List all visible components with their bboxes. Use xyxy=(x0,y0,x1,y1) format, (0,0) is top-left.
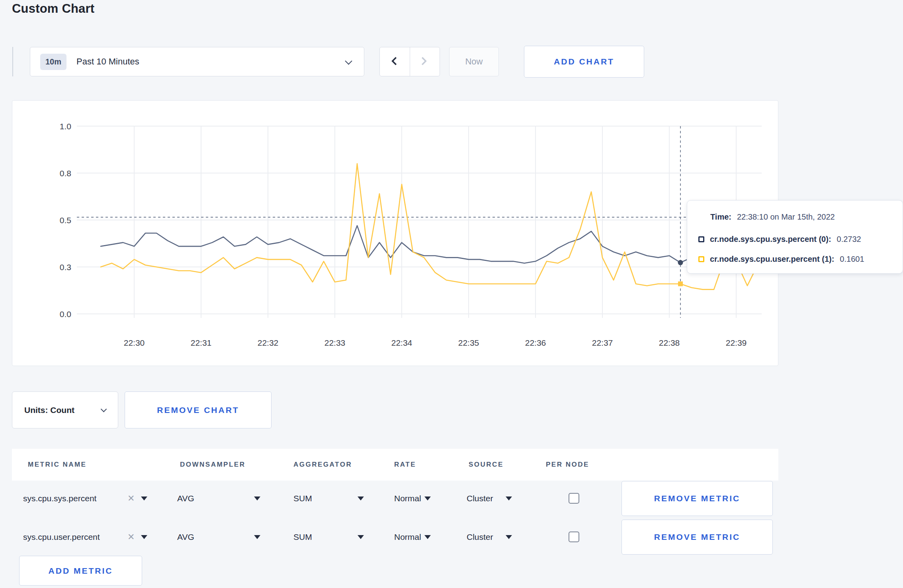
col-header-rate: RATE xyxy=(394,449,416,481)
metric-table-row: sys.cpu.sys.percent ✕ AVG SUM Normal Clu… xyxy=(12,479,778,518)
source-select[interactable]: Cluster xyxy=(467,518,493,556)
chevron-right-icon xyxy=(418,57,426,65)
aggregator-select[interactable]: SUM xyxy=(293,479,312,518)
tooltip-series-row: cr.node.sys.cpu.sys.percent (0): 0.2732 xyxy=(698,235,861,244)
metric-dropdown-caret-icon[interactable] xyxy=(141,479,147,518)
page-title: Custom Chart xyxy=(12,2,94,16)
series-line-cr.node.sys.cpu.user.percent xyxy=(101,164,758,289)
aggregator-select[interactable]: SUM xyxy=(293,518,312,556)
tooltip-series-value: 0.1601 xyxy=(840,255,864,264)
tooltip-series-name: cr.node.sys.cpu.sys.percent (0): xyxy=(710,235,831,244)
chart-card: 0.00.30.50.81.022:3022:3122:3222:3322:34… xyxy=(12,100,778,366)
source-select[interactable]: Cluster xyxy=(467,479,493,518)
source-caret-icon[interactable] xyxy=(506,479,512,518)
y-axis-tick-label: 0.0 xyxy=(60,310,71,319)
aggregator-caret-icon[interactable] xyxy=(358,518,364,556)
downsampler-caret-icon[interactable] xyxy=(254,518,260,556)
rate-caret-icon[interactable] xyxy=(424,479,431,518)
downsampler-caret-icon[interactable] xyxy=(254,479,260,518)
x-axis-tick-label: 22:30 xyxy=(124,338,145,347)
time-range-badge: 10m xyxy=(40,54,66,70)
time-range-label: Past 10 Minutes xyxy=(76,56,139,67)
chevron-down-icon xyxy=(101,406,107,413)
remove-chart-button[interactable]: REMOVE CHART xyxy=(125,391,272,428)
downsampler-select[interactable]: AVG xyxy=(177,479,194,518)
aggregator-caret-icon[interactable] xyxy=(358,479,364,518)
metric-name-value[interactable]: sys.cpu.user.percent xyxy=(23,518,100,556)
tooltip-series-row: cr.node.sys.cpu.user.percent (1): 0.1601 xyxy=(698,255,864,264)
time-range-dropdown[interactable]: 10m Past 10 Minutes xyxy=(30,47,364,76)
user-series-swatch-icon xyxy=(698,256,704,262)
chart-hover-tooltip: Time: 22:38:10 on Mar 15th, 2022 cr.node… xyxy=(687,200,903,274)
series-line-cr.node.sys.cpu.sys.percent xyxy=(101,226,758,263)
remove-metric-button[interactable]: REMOVE METRIC xyxy=(622,481,773,516)
remove-metric-button[interactable]: REMOVE METRIC xyxy=(622,520,773,555)
col-header-source: SOURCE xyxy=(469,449,504,481)
metric-table-row: sys.cpu.user.percent ✕ AVG SUM Normal Cl… xyxy=(12,518,778,556)
units-dropdown[interactable]: Units: Count xyxy=(12,391,118,428)
x-axis-tick-label: 22:32 xyxy=(258,338,279,347)
y-axis-tick-label: 0.3 xyxy=(60,263,71,272)
metric-dropdown-caret-icon[interactable] xyxy=(141,518,147,556)
per-node-checkbox[interactable] xyxy=(569,532,579,542)
x-axis-tick-label: 22:33 xyxy=(324,338,346,347)
add-chart-button[interactable]: ADD CHART xyxy=(524,46,644,78)
toolbar-left-divider xyxy=(12,47,13,76)
hover-marker-cr.node.sys.cpu.user.percent xyxy=(678,281,683,286)
x-axis-tick-label: 22:37 xyxy=(592,338,613,347)
rate-caret-icon[interactable] xyxy=(424,518,431,556)
y-axis-tick-label: 1.0 xyxy=(60,122,71,131)
time-next-button[interactable] xyxy=(410,47,440,76)
tooltip-time-label: Time: xyxy=(710,212,731,222)
clear-metric-icon[interactable]: ✕ xyxy=(127,518,135,556)
x-axis-tick-label: 22:34 xyxy=(391,338,412,347)
rate-select[interactable]: Normal xyxy=(394,479,421,518)
x-axis-tick-label: 22:39 xyxy=(726,338,747,347)
units-label: Units: Count xyxy=(24,405,74,415)
y-axis-tick-label: 0.8 xyxy=(60,169,71,178)
per-node-checkbox[interactable] xyxy=(569,493,579,504)
sys-series-swatch-icon xyxy=(698,236,704,242)
tooltip-time-row: Time: 22:38:10 on Mar 15th, 2022 xyxy=(710,212,835,222)
x-axis-tick-label: 22:36 xyxy=(525,338,546,347)
rate-select[interactable]: Normal xyxy=(394,518,421,556)
downsampler-select[interactable]: AVG xyxy=(177,518,194,556)
col-header-aggregator: AGGREGATOR xyxy=(293,449,352,481)
chevron-down-icon xyxy=(345,57,352,64)
tooltip-series-value: 0.2732 xyxy=(837,235,861,244)
y-axis-tick-label: 0.5 xyxy=(60,216,71,225)
tooltip-time-value: 22:38:10 on Mar 15th, 2022 xyxy=(737,212,835,222)
chart-canvas[interactable]: 0.00.30.50.81.022:3022:3122:3222:3322:34… xyxy=(12,101,778,366)
col-header-metric-name: METRIC NAME xyxy=(28,449,86,481)
col-header-downsampler: DOWNSAMPLER xyxy=(180,449,245,481)
metric-name-value[interactable]: sys.cpu.sys.percent xyxy=(23,479,96,518)
x-axis-tick-label: 22:35 xyxy=(458,338,479,347)
source-caret-icon[interactable] xyxy=(506,518,512,556)
time-prev-button[interactable] xyxy=(380,47,410,76)
col-header-per-node: PER NODE xyxy=(546,449,589,481)
metrics-table-header: METRIC NAME DOWNSAMPLER AGGREGATOR RATE … xyxy=(12,449,778,481)
clear-metric-icon[interactable]: ✕ xyxy=(127,479,135,518)
tooltip-series-name: cr.node.sys.cpu.user.percent (1): xyxy=(710,255,834,264)
hover-marker-cr.node.sys.cpu.sys.percent xyxy=(678,260,683,265)
x-axis-tick-label: 22:38 xyxy=(659,338,680,347)
x-axis-tick-label: 22:31 xyxy=(191,338,212,347)
now-button[interactable]: Now xyxy=(449,47,499,76)
add-metric-button[interactable]: ADD METRIC xyxy=(19,556,142,586)
time-nav-group xyxy=(379,47,440,76)
chevron-left-icon xyxy=(391,57,400,65)
